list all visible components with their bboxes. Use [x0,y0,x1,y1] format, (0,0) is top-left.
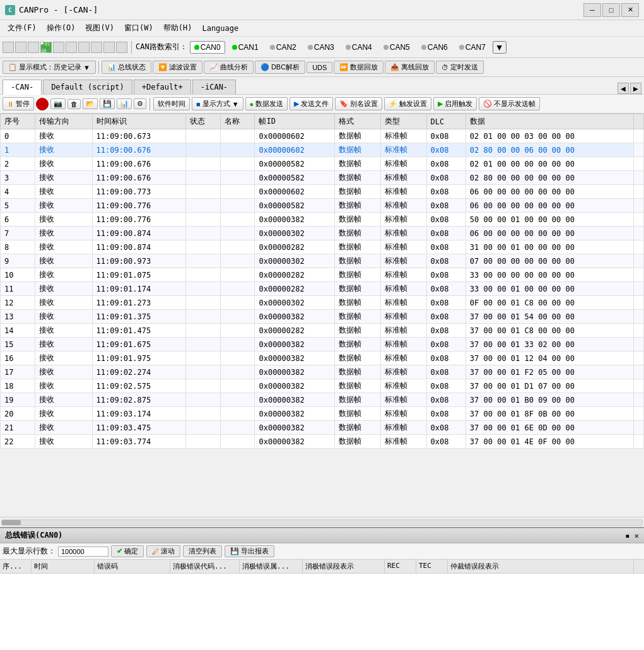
display-mode-btn[interactable]: 📋 显示模式：历史记录 ▼ [3,61,96,74]
clear-list-btn[interactable]: 清空列表 [183,545,222,557]
offline-btn[interactable]: 📤 离线回放 [385,61,435,74]
table-row[interactable]: 17接收11:09:02.2740x00000382数据帧标准帧0x0837 0… [1,365,644,379]
toolbar-icon-7[interactable] [78,42,90,53]
table-row[interactable]: 16接收11:09:01.9750x00000382数据帧标准帧0x0837 0… [1,352,644,365]
can2-button[interactable]: CAN2 [266,41,301,54]
bus-status-btn[interactable]: 📊 总线状态 [102,61,151,74]
table-row[interactable]: 15接收11:09:01.6750x00000382数据帧标准帧0x0837 0… [1,338,644,352]
table-row[interactable]: 21接收11:09:03.4750x00000382数据帧标准帧0x0837 0… [1,421,644,435]
dbc-btn[interactable]: 🔵 DBC解析 [255,61,305,74]
menu-operation[interactable]: 操作(O) [42,21,81,35]
toolbar-icon-1[interactable] [3,42,14,53]
table-row[interactable]: 6接收11:09:00.7760x00000382数据帧标准帧0x0850 00… [1,213,644,227]
error-table-body[interactable] [0,574,644,650]
table-row[interactable]: 13接收11:09:01.3750x00000382数据帧标准帧0x0837 0… [1,310,644,324]
toolbar-icon-10[interactable] [116,42,127,53]
can4-dot [346,45,351,50]
table-row[interactable]: 1接收11:09:00.6760x00000602数据帧标准帧0x0802 80… [1,143,644,157]
max-rows-input[interactable] [58,547,108,557]
confirm-btn[interactable]: ✔ 确定 [111,545,144,557]
err-col-arb-seg: 仲裁错误段表示 [448,560,634,573]
alias-btn[interactable]: 🔖 别名设置 [335,97,382,110]
can7-button[interactable]: CAN7 [455,41,490,54]
scroll-btn[interactable]: 🖊 滚动 [146,545,180,557]
can3-button[interactable]: CAN3 [303,41,339,54]
tab-default-plus[interactable]: +Default+ [134,80,191,94]
trigger-settings-btn[interactable]: ⚡ 触发设置 [384,97,431,110]
table-row[interactable]: 14接收11:09:01.4750x00000282数据帧标准帧0x0837 0… [1,324,644,338]
table-row[interactable]: 9接收11:09:00.9730x00000302数据帧标准帧0x0807 00… [1,254,644,268]
table-row[interactable]: 0接收11:09:00.6730x00000602数据帧标准帧0x0802 01… [1,129,644,143]
err-col-seq: 序... [0,560,32,573]
hide-send-btn[interactable]: 🚫 不显示发送帧 [479,97,540,110]
h-scrollbar[interactable] [0,517,644,527]
display-mode-btn2[interactable]: ■ 显示方式 ▼ [192,97,243,110]
menu-language[interactable]: Language [197,23,243,34]
toolbar-icon-5[interactable] [53,42,64,53]
data-send-btn[interactable]: ● 数据发送 [245,97,288,110]
menu-window[interactable]: 窗口(W) [119,21,158,35]
uds-btn[interactable]: UDS [307,62,332,73]
menu-file[interactable]: 文件(F) [3,21,42,35]
minimize-button[interactable]: ─ [583,3,601,17]
h-scroll-thumb[interactable] [2,520,21,525]
can1-button[interactable]: CAN1 [228,41,263,54]
send-file-btn[interactable]: ▶ 发送文件 [290,97,333,110]
menu-view[interactable]: 视图(V) [80,21,119,35]
toolbar-icon-6[interactable] [66,42,77,53]
tab-prev-button[interactable]: ◀ [618,83,629,94]
table-row[interactable]: 7接收11:09:00.8740x00000302数据帧标准帧0x0806 00… [1,227,644,240]
table-row[interactable]: 12接收11:09:01.2730x00000302数据帧标准帧0x080F 0… [1,296,644,310]
can5-button[interactable]: CAN5 [379,41,414,54]
timer-btn[interactable]: ⏱ 定时发送 [436,61,484,74]
save-btn[interactable]: 💾 [100,98,115,109]
export-btn[interactable]: 📊 [117,98,132,109]
panel-controls[interactable]: ▪ ✕ [625,531,639,540]
filter-btn[interactable]: 🔽 滤波设置 [153,61,202,74]
can0-dot [194,45,199,50]
table-wrapper[interactable]: 序号 传输方向 时间标识 状态 名称 帧ID 格式 类型 DLC 数据 0接收1… [0,114,644,517]
table-row[interactable]: 18接收11:09:02.5750x00000382数据帧标准帧0x0837 0… [1,379,644,393]
toolbar-icon-2[interactable] [15,42,26,53]
menu-help[interactable]: 帮助(H) [158,21,197,35]
record-icon[interactable] [36,98,49,110]
playback-btn[interactable]: ⏩ 数据回放 [334,61,383,74]
pause-button[interactable]: ⏸ 暂停 [3,97,34,110]
toolbar-icon-9[interactable] [103,42,115,53]
can2-dot [270,45,275,50]
h-scroll-track[interactable] [1,519,643,526]
can4-button[interactable]: CAN4 [341,41,377,54]
table-row[interactable]: 10接收11:09:01.0750x00000282数据帧标准帧0x0833 0… [1,268,644,282]
can6-button[interactable]: CAN6 [417,41,452,54]
table-row[interactable]: 2接收11:09:00.6760x00000582数据帧标准帧0x0802 01… [1,157,644,171]
open-btn[interactable]: 📂 [83,98,98,109]
close-button[interactable]: ✕ [621,3,639,17]
table-row[interactable]: 20接收11:09:03.1740x00000382数据帧标准帧0x0837 0… [1,407,644,421]
curve-btn[interactable]: 📈 曲线分析 [204,61,254,74]
error-table-header: 序... 时间 错误码 消极错误代码... 消极错误属... 消极错误段表示 R… [0,560,644,574]
export-table-btn[interactable]: 💾 导出报表 [225,545,274,557]
tab-ican[interactable]: -iCAN- [192,80,236,94]
table-row[interactable]: 3接收11:09:00.6760x00000582数据帧标准帧0x0802 80… [1,171,644,185]
clear-btn[interactable]: 🗑 [67,99,81,109]
capture-btn[interactable]: 📷 [50,98,66,109]
settings-btn2[interactable]: ⚙ [134,98,146,109]
table-row[interactable]: 19接收11:09:02.8750x00000382数据帧标准帧0x0837 0… [1,393,644,407]
table-row[interactable]: 5接收11:09:00.7760x00000582数据帧标准帧0x0806 00… [1,199,644,213]
start-button[interactable]: ▶启动 [40,42,52,53]
table-row[interactable]: 22接收11:09:03.7740x00000382数据帧标准帧0x0837 0… [1,435,644,449]
tab-next-button[interactable]: ▶ [630,83,641,94]
enable-trigger-btn[interactable]: ▶ 启用触发 [433,97,477,110]
toolbar-icon-3[interactable] [28,42,39,53]
table-row[interactable]: 4接收11:09:00.7730x00000602数据帧标准帧0x0806 00… [1,185,644,199]
maximize-button[interactable]: □ [602,3,620,17]
can0-button[interactable]: CAN0 [190,41,225,54]
tab-default-script[interactable]: Default (script) [43,80,132,94]
table-row[interactable]: 11接收11:09:01.1740x00000282数据帧标准帧0x0833 0… [1,282,644,296]
can-scroll-arrow[interactable]: ▼ [493,41,506,54]
toolbar-icon-8[interactable] [91,42,102,53]
soft-time-btn[interactable]: 软件时间 [153,97,190,110]
tab-can[interactable]: -CAN- [3,80,42,95]
table-row[interactable]: 8接收11:09:00.8740x00000282数据帧标准帧0x0831 00… [1,240,644,254]
timer-icon: ⏱ [442,64,448,71]
